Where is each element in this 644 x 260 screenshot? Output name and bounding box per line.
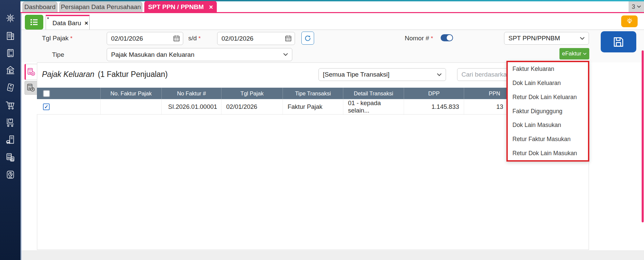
bottom-strip bbox=[21, 250, 644, 260]
doc-tab-data-baru[interactable]: * Data Baru × bbox=[46, 15, 90, 30]
row-select-cell: ✓ bbox=[37, 99, 101, 114]
svg-text:Rp: Rp bbox=[8, 86, 12, 90]
tipe-label: Tipe bbox=[52, 51, 64, 58]
table-cell bbox=[101, 99, 162, 114]
required-marker: * bbox=[431, 35, 433, 42]
row-checkbox[interactable]: ✓ bbox=[43, 103, 50, 110]
minitab-pajak-masukan[interactable]: TAX bbox=[24, 81, 37, 95]
efaktur-button[interactable]: eFaktur bbox=[559, 48, 589, 59]
doc-tab-label: Data Baru bbox=[52, 19, 81, 27]
tab-overflow-count[interactable]: 3 bbox=[629, 1, 644, 12]
refresh-button[interactable] bbox=[301, 32, 314, 45]
table-cell: SI.2026.01.00001 bbox=[162, 99, 221, 114]
hint-lightbulb-button[interactable] bbox=[621, 15, 638, 27]
report-chart-icon[interactable] bbox=[4, 169, 16, 181]
chevron-down-icon bbox=[637, 5, 641, 8]
tax-calculator-icon[interactable]: TAX bbox=[4, 151, 16, 164]
transaction-type-filter-select[interactable]: [Semua Tipe Transaksi] bbox=[318, 68, 446, 81]
tipe-value: Pajak Masukan dan Keluaran bbox=[111, 51, 194, 58]
required-marker: * bbox=[198, 35, 201, 42]
efaktur-menu-item[interactable]: Faktur Digunggung bbox=[508, 104, 588, 118]
select-all-checkbox[interactable] bbox=[43, 90, 50, 97]
minitab-pajak-keluaran[interactable]: TAX bbox=[24, 64, 37, 80]
fixed-asset-building-icon[interactable] bbox=[4, 134, 16, 146]
shopping-cart-icon[interactable] bbox=[4, 99, 16, 111]
tab-count-label: 3 bbox=[632, 3, 635, 10]
efaktur-menu-item[interactable]: Retur Dok Lain Keluaran bbox=[508, 90, 588, 104]
efaktur-dropdown-menu: Faktur KeluaranDok Lain KeluaranRetur Do… bbox=[506, 61, 589, 162]
tgl-pajak-label: Tgl Pajak* bbox=[42, 35, 72, 42]
efaktur-menu-item[interactable]: Faktur Keluaran bbox=[508, 62, 588, 76]
select-all-cell bbox=[37, 88, 101, 99]
svg-text:TAX: TAX bbox=[28, 69, 32, 71]
tipe-select[interactable]: Pajak Masukan dan Keluaran bbox=[107, 48, 292, 61]
price-tag-rp-icon[interactable]: Rp bbox=[4, 82, 16, 94]
column-header[interactable]: Tgl Pajak bbox=[221, 88, 283, 99]
calendar-icon[interactable] bbox=[173, 35, 180, 43]
chevron-down-icon bbox=[580, 37, 585, 40]
efaktur-menu-item[interactable]: Dok Lain Masukan bbox=[508, 118, 588, 132]
table-cell: 01 - kepada selain... bbox=[343, 99, 404, 114]
tgl-pajak-to-input[interactable] bbox=[217, 32, 295, 45]
svg-text:TAX: TAX bbox=[7, 154, 11, 156]
tab-label: Persiapan Data Perusahaan bbox=[61, 3, 141, 11]
doc-type-value: SPT PPN/PPNBM bbox=[508, 35, 560, 42]
list-icon bbox=[30, 18, 39, 26]
nomor-label: Nomor #* bbox=[405, 35, 433, 42]
tab-persiapan-data-perusahaan[interactable]: Persiapan Data Perusahaan bbox=[59, 2, 142, 12]
close-icon[interactable]: × bbox=[209, 4, 213, 10]
efaktur-menu-item[interactable]: Retur Dok Lain Masukan bbox=[508, 146, 588, 160]
efaktur-menu-item[interactable]: Dok Lain Keluaran bbox=[508, 76, 588, 90]
filter-value: [Semua Tipe Transaksi] bbox=[323, 71, 390, 78]
lightbulb-icon bbox=[626, 17, 633, 26]
chevron-down-icon bbox=[437, 73, 442, 76]
column-header[interactable]: No Faktur # bbox=[162, 88, 221, 99]
tgl-pajak-to-field bbox=[217, 32, 295, 45]
tab-label: SPT PPN / PPNBM bbox=[148, 3, 204, 11]
table-cell: Faktur Pajak bbox=[283, 99, 343, 114]
active-tab-underline bbox=[20, 12, 644, 13]
doc-type-select[interactable]: SPT PPN/PPNBM bbox=[504, 32, 589, 45]
table-cell: 02/01/2026 bbox=[221, 99, 283, 114]
efaktur-button-label: eFaktur bbox=[562, 50, 582, 57]
inventory-trolley-icon[interactable] bbox=[4, 117, 16, 129]
tgl-pajak-from-input[interactable] bbox=[107, 32, 183, 45]
bank-icon[interactable] bbox=[4, 64, 16, 76]
tab-spt-ppn-ppnbm[interactable]: SPT PPN / PPNBM × bbox=[144, 1, 217, 12]
close-icon[interactable]: × bbox=[85, 19, 88, 27]
tab-label: Dashboard bbox=[24, 3, 56, 11]
chevron-down-icon bbox=[283, 53, 288, 56]
tab-dashboard[interactable]: Dashboard bbox=[22, 2, 57, 12]
tax-in-icon: TAX bbox=[27, 83, 36, 92]
top-accent-strip bbox=[20, 0, 644, 1]
calendar-icon[interactable] bbox=[285, 35, 292, 43]
company-building-icon[interactable] bbox=[4, 30, 16, 42]
chevron-down-icon bbox=[583, 53, 587, 55]
app-window: Rp TAX Dashboard Persiapan Data Perusaha… bbox=[0, 0, 644, 260]
tgl-pajak-from-field bbox=[107, 32, 183, 45]
svg-text:TAX: TAX bbox=[28, 85, 32, 87]
column-header[interactable]: Tipe Transaksi bbox=[283, 88, 343, 99]
column-header[interactable]: DPP bbox=[404, 88, 464, 99]
save-button[interactable] bbox=[601, 31, 636, 52]
vertical-scrollbar-thumb[interactable] bbox=[642, 50, 644, 222]
ledger-book-icon[interactable] bbox=[4, 47, 16, 59]
left-sidebar: Rp TAX bbox=[0, 0, 20, 260]
section-title-count: (1 Faktur Penjualan) bbox=[98, 70, 167, 79]
column-header[interactable]: No. Faktur Pajak bbox=[101, 88, 162, 99]
document-list-button[interactable] bbox=[25, 15, 43, 30]
efaktur-menu-item[interactable]: Retur Faktur Masukan bbox=[508, 132, 588, 146]
section-title: Pajak Keluaran (1 Faktur Penjualan) bbox=[42, 70, 168, 79]
section-title-main: Pajak Keluaran bbox=[42, 70, 94, 79]
tax-out-icon: TAX bbox=[27, 68, 36, 77]
unsaved-marker: * bbox=[47, 16, 49, 23]
required-marker: * bbox=[70, 35, 72, 42]
sd-label: s/d* bbox=[188, 35, 201, 42]
column-header[interactable]: Detail Transaksi bbox=[343, 88, 404, 99]
refresh-icon bbox=[304, 35, 311, 42]
table-cell: 1.145.833 bbox=[404, 99, 464, 114]
toggle-knob bbox=[447, 35, 452, 41]
nomor-auto-toggle[interactable] bbox=[441, 34, 453, 41]
settings-icon[interactable] bbox=[4, 12, 16, 24]
save-floppy-icon bbox=[612, 36, 625, 48]
